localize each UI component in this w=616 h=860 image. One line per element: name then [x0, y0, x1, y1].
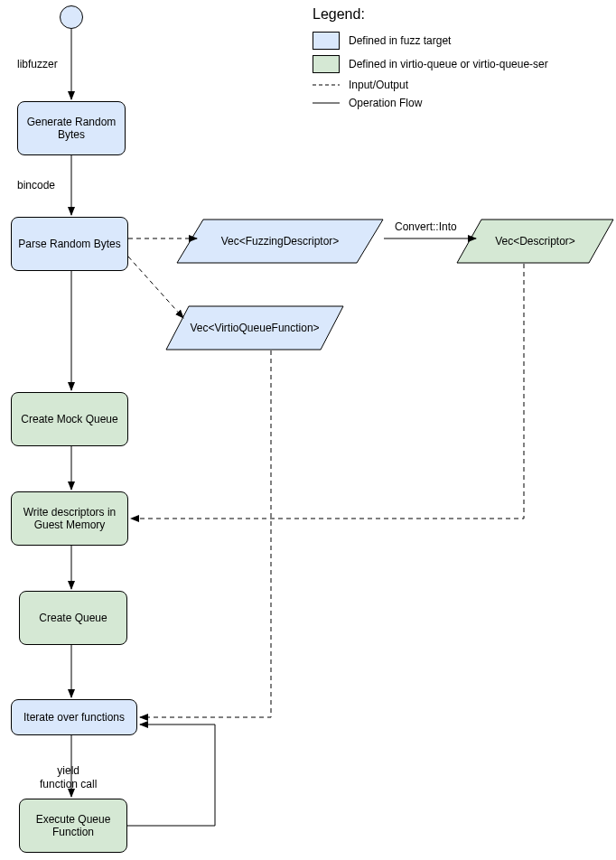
- legend-title: Legend:: [313, 6, 548, 23]
- legend-row-virtio-queue: Defined in virtio-queue or virtio-queue-…: [313, 55, 548, 73]
- legend-label: Defined in virtio-queue or virtio-queue-…: [349, 58, 548, 70]
- node-create-mock-queue: Create Mock Queue: [11, 392, 128, 446]
- legend-row-operation-flow: Operation Flow: [313, 97, 548, 109]
- node-label: Iterate over functions: [23, 711, 125, 724]
- legend-swatch-blue: [313, 32, 340, 50]
- node-vec-descriptor: Vec<Descriptor>: [456, 219, 614, 264]
- node-label: Create Mock Queue: [21, 413, 117, 425]
- node-label: Write descriptors in Guest Memory: [23, 506, 116, 532]
- node-label: Vec<FuzzingDescriptor>: [221, 235, 340, 248]
- label-text: yield function call: [40, 764, 97, 790]
- legend-label: Input/Output: [349, 79, 408, 91]
- legend-label: Operation Flow: [349, 97, 422, 109]
- legend-row-input-output: Input/Output: [313, 79, 548, 91]
- node-write-descriptors: Write descriptors in Guest Memory: [11, 491, 128, 546]
- start-node: [60, 5, 83, 29]
- node-label: Parse Random Bytes: [18, 238, 120, 250]
- legend-swatch-green: [313, 55, 340, 73]
- node-generate-random-bytes: Generate Random Bytes: [17, 101, 126, 155]
- label-yield-function-call: yield function call: [40, 752, 97, 790]
- node-iterate-over-functions: Iterate over functions: [11, 699, 137, 735]
- legend-label: Defined in fuzz target: [349, 34, 451, 47]
- label-text: bincode: [17, 179, 55, 192]
- node-label: Vec<Descriptor>: [495, 235, 575, 248]
- legend-dashed-line: [313, 82, 340, 88]
- node-label: Generate Random Bytes: [27, 116, 117, 142]
- node-vec-fuzzing-descriptor: Vec<FuzzingDescriptor>: [176, 219, 384, 264]
- legend-row-fuzz-target: Defined in fuzz target: [313, 32, 548, 50]
- label-text: libfuzzer: [17, 58, 58, 70]
- legend-solid-line: [313, 100, 340, 106]
- node-vec-virtio-queue-function: Vec<VirtioQueueFunction>: [165, 305, 344, 351]
- node-execute-queue-function: Execute Queue Function: [19, 799, 127, 853]
- node-parse-random-bytes: Parse Random Bytes: [11, 217, 128, 271]
- legend: Legend: Defined in fuzz target Defined i…: [313, 6, 548, 115]
- node-label: Create Queue: [39, 612, 107, 624]
- label-libfuzzer: libfuzzer: [17, 58, 58, 70]
- label-bincode: bincode: [17, 179, 55, 192]
- label-text: Convert::Into: [395, 220, 457, 233]
- node-label: Execute Queue Function: [36, 813, 111, 839]
- node-label: Vec<VirtioQueueFunction>: [190, 322, 319, 334]
- node-create-queue: Create Queue: [19, 591, 127, 645]
- label-convert-into: Convert::Into: [395, 220, 457, 233]
